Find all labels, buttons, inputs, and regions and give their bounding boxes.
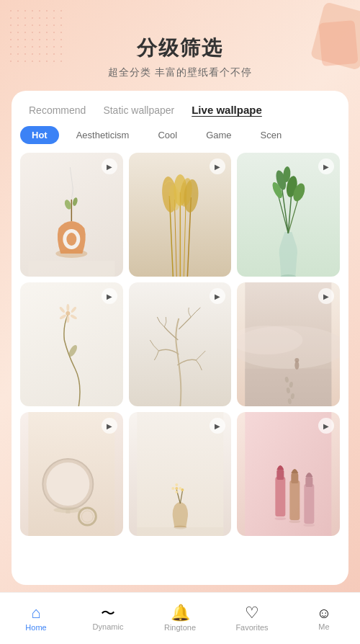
tabs-row: Recommend Static wallpaper Live wallpape — [20, 102, 340, 117]
svg-point-31 — [66, 316, 69, 323]
nav-favorites[interactable]: ♡ Favorites — [230, 605, 274, 632]
nav-dynamic-label: Dynamic — [93, 622, 124, 631]
svg-point-61 — [179, 487, 181, 490]
svg-rect-65 — [276, 477, 286, 516]
play-icon-5[interactable]: ▶ — [318, 288, 334, 304]
svg-rect-67 — [290, 480, 300, 520]
svg-rect-63 — [137, 527, 223, 536]
play-icon-8[interactable]: ▶ — [318, 418, 334, 434]
pill-game[interactable]: Game — [194, 126, 243, 144]
svg-point-72 — [289, 520, 301, 523]
nav-dynamic[interactable]: 〜 Dynamic — [86, 606, 130, 631]
wallpaper-item-3[interactable]: ▶ — [20, 282, 123, 406]
wallpaper-item-5[interactable]: ▶ — [237, 282, 340, 406]
play-icon-0[interactable]: ▶ — [102, 158, 117, 174]
tab-live-wallpaper[interactable]: Live wallpape — [183, 102, 271, 117]
svg-point-60 — [171, 487, 174, 490]
dynamic-icon: 〜 — [101, 606, 115, 620]
bottom-nav: ⌂ Home 〜 Dynamic 🔔 Ringtone ♡ Favorites … — [0, 592, 360, 644]
play-icon-6[interactable]: ▶ — [102, 418, 117, 434]
pill-hot[interactable]: Hot — [20, 126, 59, 144]
svg-point-71 — [275, 517, 287, 520]
wallpaper-item-0[interactable]: ▶ — [20, 153, 123, 277]
svg-point-62 — [175, 491, 178, 493]
page-title: 分级筛选 — [0, 35, 360, 62]
wallpaper-item-2[interactable]: ▶ — [237, 153, 340, 277]
svg-point-48 — [46, 462, 89, 506]
page-header: 分级筛选 超全分类 丰富的壁纸看个不停 — [0, 0, 360, 79]
tab-static-wallpaper[interactable]: Static wallpaper — [94, 103, 183, 117]
svg-line-10 — [174, 200, 176, 277]
me-icon: ☺ — [317, 606, 331, 620]
wallpaper-grid: ▶ ▶ — [20, 153, 340, 536]
svg-point-40 — [295, 358, 300, 362]
svg-point-28 — [66, 304, 69, 311]
favorites-icon: ♡ — [245, 605, 259, 621]
pill-aestheticism[interactable]: Aestheticism — [65, 126, 141, 144]
svg-rect-6 — [28, 261, 114, 277]
svg-rect-64 — [246, 412, 332, 536]
svg-point-5 — [72, 197, 78, 206]
main-card: Recommend Static wallpaper Live wallpape… — [12, 91, 348, 585]
nav-home-label: Home — [25, 623, 46, 632]
wallpaper-item-4[interactable]: ▶ — [129, 282, 232, 406]
wallpaper-item-1[interactable]: ▶ — [129, 153, 232, 277]
home-icon: ⌂ — [31, 605, 40, 621]
wallpaper-item-7[interactable]: ▶ — [129, 412, 232, 536]
svg-point-32 — [70, 314, 78, 320]
pills-row: Hot Aestheticism Cool Game Scen — [20, 126, 340, 144]
nav-ringtone[interactable]: 🔔 Ringtone — [158, 605, 202, 632]
svg-point-2 — [66, 233, 76, 246]
svg-point-27 — [66, 311, 70, 316]
page-subtitle: 超全分类 丰富的壁纸看个不停 — [0, 66, 360, 79]
pill-cool[interactable]: Cool — [146, 126, 189, 144]
svg-point-29 — [59, 306, 66, 313]
play-icon-3[interactable]: ▶ — [102, 288, 117, 304]
play-icon-2[interactable]: ▶ — [318, 158, 334, 174]
tab-recommend[interactable]: Recommend — [20, 103, 94, 117]
svg-point-73 — [304, 524, 315, 527]
svg-rect-69 — [305, 484, 315, 524]
svg-line-21 — [278, 192, 289, 233]
wallpaper-item-6[interactable]: ▶ — [20, 412, 123, 536]
ringtone-icon: 🔔 — [171, 605, 190, 621]
nav-me[interactable]: ☺ Me — [302, 606, 346, 631]
svg-point-30 — [59, 314, 67, 320]
nav-me-label: Me — [318, 622, 329, 631]
nav-favorites-label: Favorites — [235, 623, 268, 632]
svg-rect-66 — [277, 470, 284, 480]
svg-rect-52 — [66, 508, 70, 514]
nav-ringtone-label: Ringtone — [164, 623, 196, 632]
svg-rect-68 — [292, 473, 299, 483]
svg-point-33 — [71, 306, 77, 313]
pill-scene[interactable]: Scen — [249, 126, 294, 144]
svg-rect-70 — [306, 477, 313, 487]
wallpaper-item-8[interactable]: ▶ — [237, 412, 340, 536]
svg-point-57 — [175, 487, 178, 490]
nav-home[interactable]: ⌂ Home — [14, 605, 58, 632]
svg-point-59 — [175, 483, 178, 486]
